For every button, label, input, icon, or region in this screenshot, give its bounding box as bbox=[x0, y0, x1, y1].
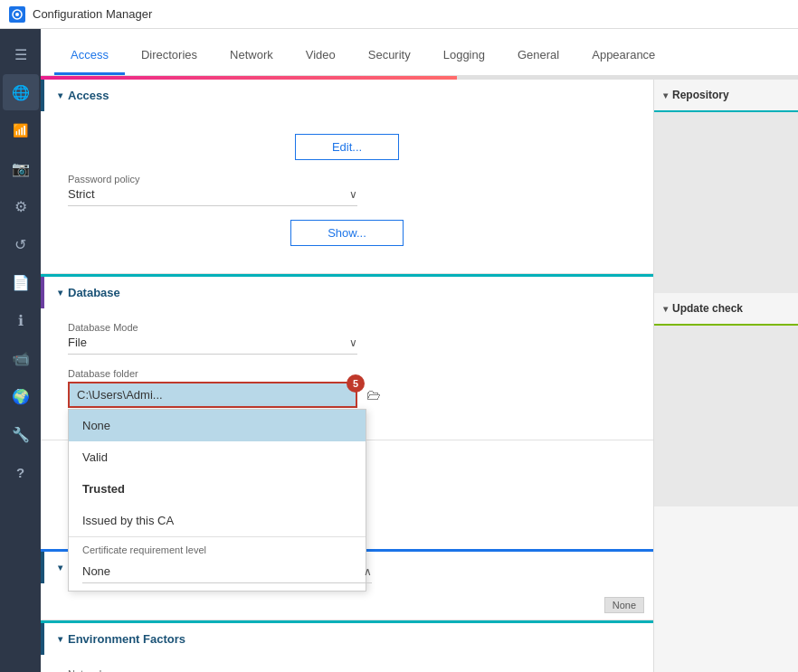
sidebar-item-file[interactable]: 📄 bbox=[3, 264, 39, 300]
repository-header: ▾ Repository bbox=[663, 89, 789, 101]
environment-section-content: Network Dedicated network ∨ bbox=[41, 655, 653, 672]
database-mode-dropdown[interactable]: File ∨ bbox=[68, 336, 357, 355]
repository-section: ▾ Repository bbox=[654, 80, 798, 112]
db-mode-chevron-icon: ∨ bbox=[349, 336, 357, 349]
database-mode-group: Database Mode File ∨ bbox=[68, 322, 626, 355]
app-title: Configuration Manager bbox=[33, 7, 152, 21]
sidebar-item-refresh[interactable]: ↺ bbox=[3, 226, 39, 262]
settings-icon: ⚙ bbox=[14, 198, 27, 215]
access-section: ▾ Access Edit... Password policy Strict … bbox=[41, 80, 653, 274]
dropdown-option-none[interactable]: None bbox=[69, 410, 366, 441]
database-section-title: Database bbox=[68, 286, 120, 299]
database-mode-label: Database Mode bbox=[68, 322, 626, 333]
security-chevron-icon: ▾ bbox=[58, 563, 62, 573]
update-check-title: Update check bbox=[672, 302, 743, 315]
access-section-content: Edit... Password policy Strict ∨ Show... bbox=[41, 111, 653, 273]
environment-section-header: ▾ Environment Factors bbox=[41, 623, 653, 655]
password-policy-value: Strict bbox=[68, 187, 95, 201]
dropdown-option-valid[interactable]: Valid bbox=[69, 441, 366, 473]
content-area: Access Directories Network Video Securit… bbox=[41, 29, 798, 672]
dropdown-option-trusted[interactable]: Trusted bbox=[69, 473, 366, 505]
none-badge-container: None bbox=[604, 592, 644, 613]
sidebar-item-camera[interactable]: 📷 bbox=[3, 150, 39, 186]
dropdown-option-none-label: None bbox=[82, 419, 110, 432]
sidebar-item-info[interactable]: ℹ bbox=[3, 302, 39, 338]
repository-content bbox=[654, 112, 798, 293]
environment-chevron-icon: ▾ bbox=[58, 634, 62, 644]
database-folder-row: 5 None Valid bbox=[68, 382, 626, 408]
dropdown-option-issued[interactable]: Issued by this CA bbox=[69, 505, 366, 536]
database-mode-value: File bbox=[68, 336, 87, 349]
cert-level-label: Certificate requirement level bbox=[82, 544, 352, 555]
content-split: ▾ Access Edit... Password policy Strict … bbox=[41, 80, 798, 672]
repo-chevron-icon: ▾ bbox=[663, 90, 668, 100]
tab-logging[interactable]: Logging bbox=[427, 37, 501, 75]
database-chevron-icon: ▾ bbox=[58, 288, 62, 298]
video-icon: 📹 bbox=[12, 350, 30, 367]
environment-section: ▾ Environment Factors Network Dedicated … bbox=[41, 623, 653, 672]
sidebar-item-video[interactable]: 📹 bbox=[3, 340, 39, 376]
dropdown-option-issued-label: Issued by this CA bbox=[82, 514, 174, 527]
password-policy-group: Password policy Strict ∨ bbox=[68, 174, 626, 206]
sidebar-item-signal[interactable]: 📶 bbox=[3, 112, 39, 148]
sidebar-item-tools[interactable]: 🔧 bbox=[3, 416, 39, 452]
file-icon: 📄 bbox=[12, 274, 30, 291]
folder-browse-icon[interactable]: 🗁 bbox=[366, 387, 381, 403]
database-section-content: Database Mode File ∨ Database folder bbox=[41, 308, 653, 440]
update-check-header: ▾ Update check bbox=[663, 302, 789, 315]
cert-level-value: None bbox=[82, 564, 110, 578]
tab-access[interactable]: Access bbox=[54, 37, 125, 75]
main-panel: ▾ Access Edit... Password policy Strict … bbox=[41, 80, 653, 672]
refresh-icon: ↺ bbox=[14, 236, 26, 253]
database-section: ▾ Database Database Mode File ∨ Data bbox=[41, 277, 653, 440]
cert-chevron-icon: ∧ bbox=[364, 565, 372, 578]
tab-directories[interactable]: Directories bbox=[125, 37, 214, 75]
update-check-section: ▾ Update check bbox=[654, 293, 798, 326]
sidebar-item-globe2[interactable]: 🌍 bbox=[3, 378, 39, 414]
show-button[interactable]: Show... bbox=[290, 220, 404, 246]
info-icon: ℹ bbox=[18, 312, 24, 329]
password-chevron-icon: ∨ bbox=[349, 188, 357, 201]
tab-bar: Access Directories Network Video Securit… bbox=[41, 29, 798, 76]
sidebar-item-menu[interactable]: ☰ bbox=[3, 36, 39, 72]
camera-icon: 📷 bbox=[12, 160, 30, 177]
repository-title: Repository bbox=[672, 89, 729, 101]
tab-security[interactable]: Security bbox=[352, 37, 427, 75]
cert-dropdown-menu: None Valid Trusted bbox=[68, 409, 366, 592]
tab-network[interactable]: Network bbox=[214, 37, 290, 75]
access-section-header: ▾ Access bbox=[41, 80, 653, 111]
database-folder-label: Database folder bbox=[68, 368, 626, 379]
menu-icon: ☰ bbox=[14, 46, 27, 63]
svg-point-2 bbox=[15, 13, 19, 16]
password-policy-dropdown[interactable]: Strict ∨ bbox=[68, 187, 357, 206]
tab-appearance[interactable]: Appearance bbox=[575, 37, 671, 75]
help-icon: ? bbox=[16, 465, 24, 480]
database-folder-group: Database folder 5 None bbox=[68, 368, 626, 408]
tools-icon: 🔧 bbox=[12, 426, 30, 443]
sidebar-item-network[interactable]: 🌐 bbox=[3, 74, 39, 110]
right-panel: ▾ Repository ▾ Update check bbox=[653, 80, 798, 672]
network-group: Network Dedicated network ∨ bbox=[68, 668, 626, 672]
cert-level-row[interactable]: None ∧ bbox=[82, 564, 372, 583]
none-badge: None bbox=[604, 597, 644, 613]
database-folder-input[interactable] bbox=[68, 382, 357, 408]
environment-section-title: Environment Factors bbox=[68, 632, 185, 646]
dropdown-badge: 5 bbox=[347, 374, 365, 393]
signal-icon: 📶 bbox=[13, 123, 28, 137]
update-content bbox=[654, 326, 798, 506]
tab-general[interactable]: General bbox=[501, 37, 575, 75]
access-section-title: Access bbox=[68, 89, 109, 102]
globe2-icon: 🌍 bbox=[12, 388, 30, 405]
globe-icon: 🌐 bbox=[12, 84, 30, 101]
dropdown-option-valid-label: Valid bbox=[82, 450, 108, 464]
dropdown-option-trusted-label: Trusted bbox=[82, 482, 125, 496]
update-chevron-icon: ▾ bbox=[663, 304, 668, 314]
edit-button[interactable]: Edit... bbox=[295, 134, 399, 160]
access-chevron-icon: ▾ bbox=[58, 90, 62, 100]
database-folder-container: 5 None Valid bbox=[68, 382, 357, 408]
main-layout: ☰ 🌐 📶 📷 ⚙ ↺ 📄 ℹ 📹 🌍 🔧 bbox=[0, 29, 798, 672]
sidebar-item-settings[interactable]: ⚙ bbox=[3, 188, 39, 224]
password-policy-label: Password policy bbox=[68, 174, 626, 185]
sidebar-item-help[interactable]: ? bbox=[3, 454, 39, 490]
tab-video[interactable]: Video bbox=[290, 37, 352, 75]
